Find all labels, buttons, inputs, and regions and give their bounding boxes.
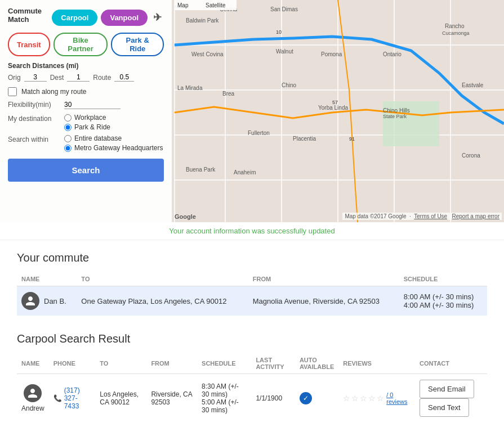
schedule-line1: 8:00 AM (+/- 30 mins) [404,292,483,301]
commute-col-to: TO [77,272,248,286]
transit-button[interactable]: Transit [8,33,50,56]
carpool-search-title: Carpool Search Result [17,332,487,345]
search-entire-db-option[interactable]: Entire database [64,134,163,142]
search-button[interactable]: Search [8,159,164,182]
result-last-activity: 1/1/1900 [251,374,295,423]
result-phone[interactable]: 📞 (317) 327-7433 [49,374,96,423]
col-phone: PHONE [49,353,96,374]
airplane-icon[interactable]: ✈ [151,11,164,24]
flexibility-label: Flexibility(min) [8,101,59,109]
destination-workplace-radio[interactable] [64,114,72,122]
result-auto-available: ✓ [295,374,338,423]
svg-text:Walnut: Walnut [276,48,293,55]
svg-text:Corona: Corona [462,152,480,159]
svg-text:Placentia: Placentia [293,136,316,142]
search-distances-label: Search Distances (mi) [8,62,164,70]
search-metro-radio[interactable] [64,145,72,152]
col-name: NAME [17,353,49,374]
reviews-link[interactable]: / 0 reviews [386,392,411,405]
route-input[interactable] [114,73,134,82]
col-from: FROM [146,353,197,374]
parkride-dest-label: Park & Ride [74,123,110,131]
col-reviews: REVIEWS [338,353,415,374]
entire-db-label: Entire database [74,134,122,142]
col-contact: CONTACT [415,353,487,374]
commute-name-cell: Dan B. [17,286,77,316]
map-attribution: Map data ©2017 Google · Terms of Use Rep… [342,213,502,220]
commute-match-label: Commute Match [8,7,47,24]
sidebar-panel: Commute Match Carpool Vanpool ✈ Transit … [0,0,172,222]
search-result-row: Andrew 📞 (317) 327-7433 Los Angeles, CA … [17,374,487,423]
commute-col-schedule: SCHEDULE [399,272,487,286]
commute-schedule: 8:00 AM (+/- 30 mins) 4:00 AM (+/- 30 mi… [399,286,487,316]
send-text-button[interactable]: Send Text [420,398,469,417]
col-to: TO [95,353,146,374]
google-logo: Google [175,213,196,220]
result-schedule-line2: 5:00 AM (+/- 30 mins) [202,398,247,414]
bike-partner-button[interactable]: Bike Partner [53,33,108,56]
dest-label: Dest [50,74,64,82]
result-reviews: ☆ ☆ ☆ ☆ ☆ / 0 reviews [338,374,415,423]
col-schedule: SCHEDULE [197,353,251,374]
your-commute-title: Your commute [17,251,487,264]
star-1: ☆ [343,394,350,403]
carpool-button[interactable]: Carpool [52,10,97,26]
svg-text:State Park: State Park [383,114,407,119]
commute-from: Magnolia Avenue, Riverside, CA 92503 [248,286,399,316]
destination-parkride-option[interactable]: Park & Ride [64,123,110,131]
svg-text:Pomona: Pomona [321,51,342,57]
svg-text:Anaheim: Anaheim [234,169,256,176]
search-within-label: Search within [8,136,59,143]
svg-text:Satellite: Satellite [206,2,226,8]
svg-text:Baldwin Park: Baldwin Park [186,17,219,24]
success-message: Your account information was successfull… [0,222,504,240]
result-schedule-line1: 8:30 AM (+/- 30 mins) [202,382,247,398]
flexibility-input[interactable] [64,101,121,109]
result-name: Andrew [21,404,44,412]
result-contact: Send Email Send Text [415,374,487,423]
svg-text:Map: Map [177,2,189,8]
avatar [21,292,39,310]
search-entire-db-radio[interactable] [64,135,72,142]
result-name-cell: Andrew [17,374,49,423]
result-avatar [24,384,42,402]
result-to: Los Angeles, CA 90012 [95,374,146,423]
svg-text:Yorba Linda: Yorba Linda [318,105,348,111]
vanpool-button[interactable]: Vanpool [101,10,148,26]
map-container: 10 57 91 Baldwin Park Covina San Dimas W… [0,0,504,222]
search-metro-gateway-option[interactable]: Metro Gateway Headquarters [64,144,163,152]
svg-text:Fullerton: Fullerton [248,130,270,136]
match-route-checkbox[interactable] [8,87,17,96]
svg-text:Brea: Brea [222,91,235,97]
orig-input[interactable] [24,73,47,82]
svg-text:La Mirada: La Mirada [177,85,203,91]
auto-available-check: ✓ [300,392,312,404]
svg-text:Rancho: Rancho [445,23,465,29]
phone-icon: 📞 [53,394,62,402]
my-destination-label: My destination [8,115,59,123]
svg-text:91: 91 [349,136,355,142]
orig-label: Orig [8,74,21,82]
svg-text:Ontario: Ontario [383,51,402,57]
result-from: Riverside, CA 92503 [146,374,197,423]
svg-text:Cucamonga: Cucamonga [442,30,470,36]
match-route-label: Match along my route [21,88,86,96]
col-auto-available: AUTOAVAILABLE [295,353,338,374]
star-2: ☆ [351,394,359,403]
workplace-label: Workplace [74,114,106,122]
destination-workplace-option[interactable]: Workplace [64,114,110,122]
dest-input[interactable] [67,73,90,82]
svg-text:Chino: Chino [282,82,297,88]
svg-text:10: 10 [276,29,282,35]
commute-col-name: NAME [17,272,77,286]
col-last-activity: LAST ACTIVITY [251,353,295,374]
route-label: Route [93,74,111,82]
send-email-button[interactable]: Send Email [420,380,474,398]
destination-parkride-radio[interactable] [64,124,72,131]
commute-table: NAME TO FROM SCHEDULE Dan B. One Gateway… [17,272,487,316]
star-5: ☆ [377,394,384,403]
schedule-line2: 4:00 AM (+/- 30 mins) [404,301,483,309]
main-content: Your commute NAME TO FROM SCHEDULE Dan B… [0,240,504,432]
svg-text:Chino Hills: Chino Hills [383,107,410,114]
park-ride-button[interactable]: Park & Ride [111,33,164,56]
